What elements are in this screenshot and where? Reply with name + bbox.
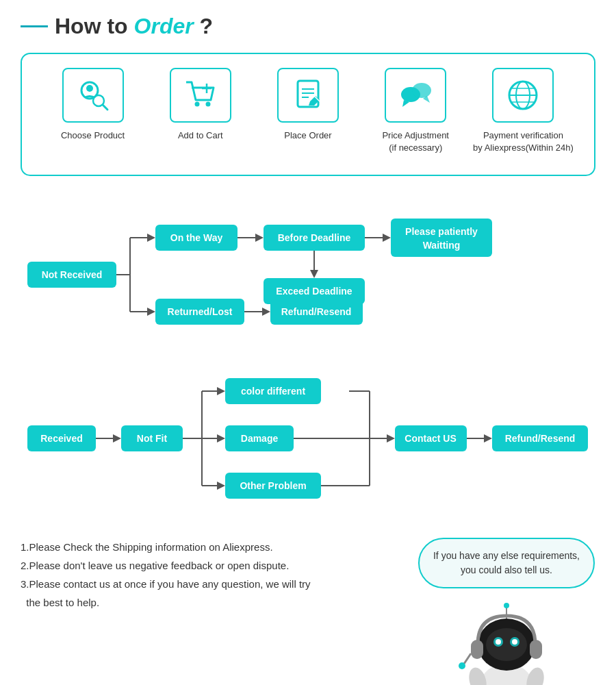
svg-line-95: [464, 653, 471, 664]
step-choose-product: Choose Product: [42, 68, 143, 142]
document-icon: [290, 77, 326, 114]
flowchart1-svg: Not Received On the Way Before Deadline …: [21, 203, 609, 340]
step-icon-box-1: [62, 68, 124, 123]
svg-text:Waitting: Waitting: [423, 240, 461, 251]
step-label-2: Add to Cart: [178, 129, 223, 142]
svg-marker-52: [113, 434, 121, 443]
svg-point-14: [412, 83, 431, 98]
cart-icon: [182, 77, 219, 114]
step-place-order: Place Order: [257, 68, 358, 142]
step-icon-box-3: [277, 68, 339, 123]
svg-text:Please patiently: Please patiently: [405, 226, 478, 237]
robot-icon: [452, 595, 561, 685]
svg-point-1: [86, 85, 93, 92]
flowchart-received: Received Not Fit color different Damage …: [21, 364, 595, 517]
header: How to Order ?: [21, 14, 595, 39]
flowchart2-svg: Received Not Fit color different Damage …: [21, 364, 609, 514]
title-accent: Order: [134, 14, 194, 38]
svg-text:Returned/Lost: Returned/Lost: [168, 306, 233, 317]
svg-rect-93: [471, 640, 483, 659]
svg-point-88: [486, 628, 527, 661]
svg-point-5: [205, 102, 210, 107]
svg-text:Refund/Resend: Refund/Resend: [281, 306, 352, 317]
svg-point-4: [194, 102, 199, 107]
svg-marker-42: [147, 308, 155, 316]
step-icon-box-4: [385, 68, 446, 123]
step-label-5: Payment verificationby Aliexpress(Within…: [473, 129, 574, 154]
chat-bubble-icon: [397, 77, 434, 114]
svg-text:Before Deadline: Before Deadline: [278, 232, 351, 243]
svg-line-3: [103, 105, 107, 110]
flowchart-not-received: Not Received On the Way Before Deadline …: [21, 203, 595, 343]
info-text: 1.Please Check the Shipping information …: [21, 538, 404, 612]
svg-point-98: [504, 603, 509, 608]
info-line3: 3.Please contact us at once if you have …: [21, 575, 404, 612]
svg-text:Not Fit: Not Fit: [137, 433, 168, 444]
svg-marker-46: [262, 308, 270, 316]
info-section: 1.Please Check the Shipping information …: [21, 538, 595, 685]
page-title: How to Order ?: [55, 14, 213, 39]
step-payment-verification: Payment verificationby Aliexpress(Within…: [473, 68, 574, 154]
svg-text:Received: Received: [40, 433, 82, 444]
search-person-icon: [75, 77, 112, 114]
svg-rect-34: [391, 219, 492, 257]
svg-text:Other Problem: Other Problem: [240, 480, 306, 491]
header-line-left: [21, 25, 48, 27]
step-add-to-cart: Add to Cart: [150, 68, 251, 142]
speech-line1: If you have any else requirements,: [433, 550, 580, 561]
svg-text:Contact US: Contact US: [405, 433, 456, 444]
svg-text:Not Received: Not Received: [42, 269, 103, 280]
info-line1: 1.Please Check the Shipping information …: [21, 538, 404, 556]
svg-marker-38: [310, 270, 318, 278]
svg-point-96: [459, 662, 465, 669]
svg-text:color different: color different: [241, 386, 305, 397]
title-suffix: ?: [194, 14, 213, 38]
step-icon-box-2: [170, 68, 231, 123]
order-steps: Choose Product Add to Cart: [42, 68, 574, 154]
svg-marker-78: [484, 434, 492, 443]
svg-marker-29: [255, 234, 264, 242]
svg-text:Refund/Resend: Refund/Resend: [505, 433, 576, 444]
svg-marker-66: [217, 482, 225, 490]
svg-marker-33: [383, 234, 391, 242]
svg-point-91: [496, 639, 501, 645]
svg-marker-74: [387, 434, 395, 443]
step-label-4: Price Adjustment(if necessary): [382, 129, 449, 154]
svg-marker-58: [217, 387, 225, 395]
svg-point-92: [512, 639, 517, 645]
svg-text:On the Way: On the Way: [170, 232, 223, 243]
info-line2: 2.Please don't leave us negative feedbac…: [21, 556, 404, 575]
svg-rect-94: [530, 640, 542, 659]
speech-bubble: If you have any else requirements, you c…: [418, 538, 595, 588]
globe-icon: [504, 77, 541, 114]
svg-text:Exceed Deadline: Exceed Deadline: [276, 286, 352, 297]
step-label-3: Place Order: [284, 129, 331, 142]
svg-marker-25: [147, 234, 155, 242]
speech-line2: you could also tell us.: [461, 564, 552, 575]
step-icon-box-5: [492, 68, 554, 123]
step-label-1: Choose Product: [61, 129, 125, 142]
svg-marker-62: [217, 434, 225, 443]
order-box: Choose Product Add to Cart: [21, 53, 595, 176]
step-price-adjustment: Price Adjustment(if necessary): [365, 68, 466, 154]
svg-text:Damage: Damage: [241, 433, 279, 444]
title-plain: How to: [55, 14, 134, 38]
robot-section: If you have any else requirements, you c…: [418, 538, 595, 685]
